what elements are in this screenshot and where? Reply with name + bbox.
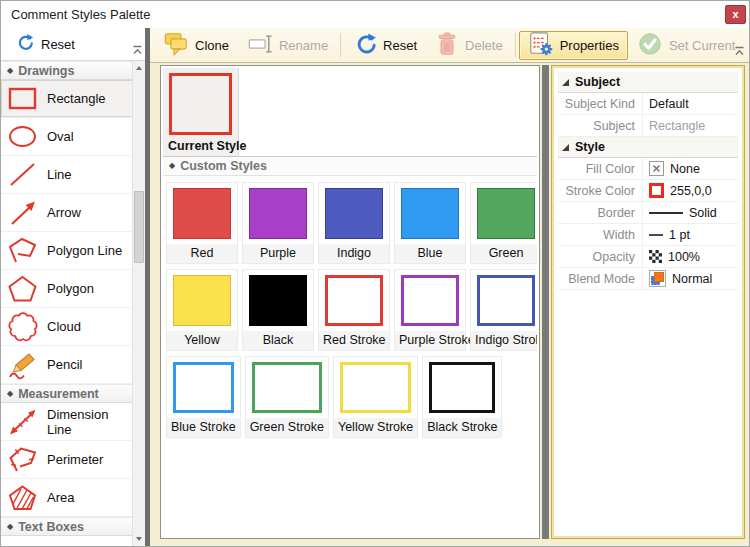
- reset-icon: [353, 32, 377, 59]
- cloud-icon: [6, 312, 40, 342]
- sidebar-scrollbar[interactable]: [132, 61, 145, 546]
- arrow-icon: [6, 198, 40, 228]
- sidebar-item-pencil[interactable]: Pencil: [1, 346, 145, 384]
- diamond-icon: ◆: [169, 162, 175, 170]
- scroll-top-button[interactable]: [734, 42, 745, 60]
- style-tile-blue-stroke[interactable]: Blue Stroke: [166, 356, 241, 438]
- sidebar-item-cloud[interactable]: Cloud: [1, 308, 145, 346]
- property-value-text: Normal: [672, 272, 712, 286]
- left-reset-button[interactable]: Reset: [9, 31, 81, 57]
- style-tile-purple-stroke[interactable]: Purple Stroke: [394, 269, 466, 351]
- section-title: Style: [575, 140, 605, 154]
- current-style-tile[interactable]: Current Style: [163, 68, 239, 156]
- properties-button[interactable]: Properties: [519, 31, 628, 60]
- section-title: Subject: [575, 75, 620, 89]
- style-swatch: [249, 188, 307, 239]
- style-tile-red-stroke[interactable]: Red Stroke: [318, 269, 390, 351]
- sidebar-item-polygon-line[interactable]: Polygon Line: [1, 232, 145, 270]
- style-tile-label: Blue Stroke: [167, 418, 240, 437]
- style-tile-label: Purple Stroke: [395, 331, 465, 350]
- style-tile-indigo-stroke[interactable]: Indigo Stroke: [470, 269, 537, 351]
- tile-row: Blue Stroke Green Stroke Yellow Stroke: [166, 356, 534, 438]
- close-icon: x: [732, 9, 738, 20]
- style-tile-yellow-stroke[interactable]: Yellow Stroke: [333, 356, 418, 438]
- sidebar-item-rectangle[interactable]: Rectangle: [1, 80, 145, 118]
- style-tile-purple[interactable]: Purple: [242, 182, 314, 264]
- property-value-text: 100%: [668, 250, 700, 264]
- expander-triangle-icon: [562, 144, 569, 151]
- property-value[interactable]: Solid: [642, 202, 738, 223]
- style-tile-yellow[interactable]: Yellow: [166, 269, 238, 351]
- left-reset-label: Reset: [41, 37, 75, 52]
- sidebar-section-text-boxes[interactable]: ◆ Text Boxes: [1, 517, 145, 536]
- sidebar-section-drawings[interactable]: ◆ Drawings: [1, 61, 145, 80]
- custom-styles-header[interactable]: ◆ Custom Styles: [163, 157, 537, 176]
- current-style-swatch: [169, 73, 232, 135]
- property-value-text: Rectangle: [649, 119, 705, 133]
- property-value[interactable]: 100%: [642, 246, 738, 267]
- left-toolbar: Reset: [1, 28, 145, 61]
- style-swatch: [252, 362, 322, 413]
- style-tile-label: Green Stroke: [246, 418, 328, 437]
- style-tile-black-stroke[interactable]: Black Stroke: [422, 356, 502, 438]
- section-header-subject[interactable]: Subject: [558, 72, 738, 93]
- property-value[interactable]: Default: [642, 93, 738, 114]
- style-tile-black[interactable]: Black: [242, 269, 314, 351]
- reset-icon: [15, 33, 34, 55]
- comment-styles-palette-window: Comment Styles Palette x Reset: [0, 0, 750, 547]
- property-value[interactable]: None: [642, 158, 738, 179]
- button-label: Reset: [383, 38, 417, 53]
- left-panel: Reset ◆ Drawings Rectangle Oval: [1, 28, 145, 546]
- style-tile-label: Indigo Stroke: [471, 331, 537, 350]
- style-tile-label: Black Stroke: [423, 418, 501, 437]
- scrollbar-thumb[interactable]: [134, 191, 144, 263]
- sidebar-item-perimeter[interactable]: Perimeter: [1, 441, 145, 479]
- sidebar-item-area[interactable]: Area: [1, 479, 145, 517]
- clone-button[interactable]: Clone: [154, 31, 238, 60]
- style-tile-indigo[interactable]: Indigo: [318, 182, 390, 264]
- style-tile-green-stroke[interactable]: Green Stroke: [245, 356, 329, 438]
- style-tile-label: Yellow Stroke: [334, 418, 417, 437]
- property-value[interactable]: Normal: [642, 268, 738, 289]
- main-toolbar: Clone Rename Reset: [150, 28, 749, 63]
- close-button[interactable]: x: [725, 5, 746, 24]
- sidebar-section-measurement[interactable]: ◆ Measurement: [1, 384, 145, 403]
- property-value[interactable]: Rectangle: [642, 115, 738, 136]
- opacity-checker-icon: [649, 250, 662, 263]
- item-label: Line: [47, 167, 72, 182]
- properties-icon: [528, 31, 554, 60]
- sidebar-item-arrow[interactable]: Arrow: [1, 194, 145, 232]
- style-tile-label: Red Stroke: [319, 331, 389, 350]
- rename-icon: [247, 31, 273, 60]
- style-tile-green[interactable]: Green: [470, 182, 537, 264]
- properties-panel: Subject Subject Kind Default Subject Rec…: [551, 65, 745, 539]
- button-label: Clone: [195, 38, 229, 53]
- property-value[interactable]: 255,0,0: [642, 180, 738, 201]
- section-label: Drawings: [18, 64, 74, 78]
- property-value[interactable]: 1 pt: [642, 224, 738, 245]
- item-label: Arrow: [47, 205, 81, 220]
- custom-styles-grid: Red Purple Indigo: [163, 176, 537, 536]
- line-icon: [6, 160, 40, 190]
- main-area: Clone Rename Reset: [150, 28, 749, 546]
- property-row-stroke-color: Stroke Color 255,0,0: [558, 180, 738, 202]
- sidebar-item-oval[interactable]: Oval: [1, 118, 145, 156]
- polygon-icon: [6, 274, 40, 304]
- sidebar-item-dimension-line[interactable]: Dimension Line: [1, 403, 145, 441]
- reset-button[interactable]: Reset: [344, 31, 426, 60]
- scroll-down-button[interactable]: [133, 532, 145, 546]
- style-tile-red[interactable]: Red: [166, 182, 238, 264]
- style-tile-label: Purple: [243, 244, 313, 263]
- style-swatch: [325, 188, 383, 239]
- style-tile-blue[interactable]: Blue: [394, 182, 466, 264]
- section-header-style[interactable]: Style: [558, 137, 738, 158]
- sidebar-item-polygon[interactable]: Polygon: [1, 270, 145, 308]
- current-style-label: Current Style: [168, 136, 233, 156]
- property-value-text: Solid: [689, 206, 717, 220]
- panel-splitter-right[interactable]: [542, 65, 549, 539]
- property-label: Opacity: [558, 246, 642, 267]
- scroll-up-button[interactable]: [133, 61, 145, 75]
- toolbar-separator: [340, 33, 341, 57]
- scroll-top-button[interactable]: [132, 41, 143, 59]
- sidebar-item-line[interactable]: Line: [1, 156, 145, 194]
